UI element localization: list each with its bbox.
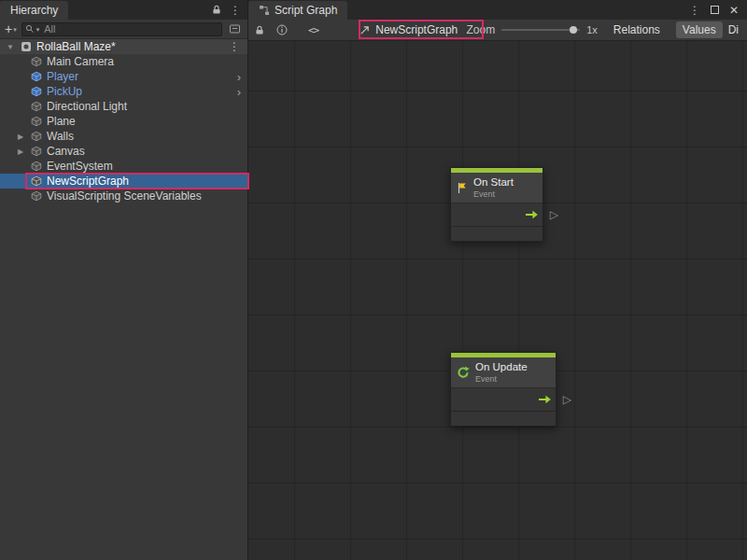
foldout-closed-icon[interactable]: ▶: [16, 133, 25, 141]
lock-icon[interactable]: [212, 5, 221, 15]
node-footer: [451, 227, 543, 241]
item-label: PickUp: [47, 85, 82, 98]
scene-name: RollaBall Maze*: [36, 40, 116, 53]
item-label: Player: [47, 70, 78, 83]
info-icon[interactable]: [276, 24, 288, 35]
hierarchy-tree: ▼ RollaBall Maze* ⋮ Main Camera Player ›: [0, 39, 247, 203]
prefab-icon: [31, 71, 42, 82]
graph-tabstrip: Script Graph ⋮ ✕: [248, 0, 747, 20]
graph-tab-icon: [259, 5, 270, 16]
zoom-label: Zoom: [467, 23, 496, 36]
graph-lock-icon[interactable]: [255, 25, 264, 35]
hierarchy-item-newscriptgraph[interactable]: NewScriptGraph: [0, 174, 247, 189]
hierarchy-search-input[interactable]: ▾ All: [21, 22, 222, 36]
node-port-row: ▷: [451, 203, 543, 227]
item-label: Main Camera: [47, 55, 114, 68]
trigger-output-port-icon[interactable]: [538, 395, 552, 404]
node-subtitle: Event: [475, 374, 528, 385]
node-header: On Update Event: [451, 357, 556, 388]
hierarchy-item-pickup[interactable]: PickUp ›: [0, 84, 247, 99]
node-title: On Start: [473, 176, 514, 189]
add-object-button[interactable]: + ▾: [5, 22, 17, 35]
hierarchy-item-directional-light[interactable]: Directional Light: [0, 99, 247, 114]
item-label: NewScriptGraph: [47, 175, 129, 188]
hierarchy-item-walls[interactable]: ▶ Walls: [0, 129, 247, 144]
plus-icon: +: [5, 22, 12, 35]
hierarchy-item-scenevariables[interactable]: VisualScripting SceneVariables: [0, 189, 247, 203]
graph-name: NewScriptGraph: [375, 23, 458, 36]
item-label: Directional Light: [47, 100, 127, 113]
scene-icon: [21, 41, 32, 52]
node-port-row: ▷: [451, 388, 556, 412]
zoom-slider-handle[interactable]: [570, 26, 577, 34]
node-on-start[interactable]: On Start Event ▷: [450, 167, 543, 242]
hierarchy-item-eventsystem[interactable]: EventSystem: [0, 159, 247, 174]
start-flag-icon: [457, 182, 468, 194]
dim-button[interactable]: Di: [726, 21, 740, 38]
node-footer: [451, 412, 556, 426]
scene-menu-icon[interactable]: ⋮: [229, 41, 240, 52]
node-on-update[interactable]: On Update Event ▷: [450, 352, 557, 427]
item-label: EventSystem: [47, 160, 113, 173]
item-label: Walls: [47, 130, 74, 143]
item-label: Canvas: [47, 145, 85, 158]
graph-canvas[interactable]: On Start Event ▷ On Update E: [248, 41, 747, 560]
graph-breadcrumb[interactable]: NewScriptGraph: [359, 23, 458, 36]
hierarchy-menu-icon[interactable]: ⋮: [230, 5, 241, 16]
close-icon[interactable]: ✕: [729, 5, 739, 16]
trigger-output-port-icon[interactable]: [525, 210, 539, 219]
gameobject-icon: [31, 56, 42, 67]
graph-pointer-icon: [359, 25, 370, 35]
hierarchy-item-main-camera[interactable]: Main Camera: [0, 54, 247, 69]
prefab-open-arrow-icon[interactable]: ›: [237, 86, 241, 98]
foldout-closed-icon[interactable]: ▶: [16, 147, 25, 156]
scene-row[interactable]: ▼ RollaBall Maze* ⋮: [0, 39, 247, 54]
relations-button[interactable]: Relations: [607, 21, 667, 38]
gameobject-icon: [31, 131, 42, 142]
search-filter-caret-icon: ▾: [36, 26, 40, 33]
chevron-down-icon: ▾: [13, 26, 17, 33]
values-button[interactable]: Values: [676, 21, 723, 38]
window-controls: ⋮ ✕: [689, 0, 747, 20]
item-label: Plane: [47, 115, 76, 128]
hierarchy-toolbar: + ▾ ▾ All: [0, 20, 247, 39]
gameobject-icon: [31, 116, 42, 127]
tab-script-graph-label: Script Graph: [275, 4, 337, 17]
scene-picker-icon[interactable]: [227, 23, 243, 35]
gameobject-icon: [31, 175, 42, 187]
hierarchy-item-player[interactable]: Player ›: [0, 69, 247, 84]
foldout-open-icon[interactable]: ▼: [5, 43, 16, 51]
gameobject-icon: [31, 190, 42, 202]
script-graph-panel: Script Graph ⋮ ✕ <> NewScriptGraph Zoom: [248, 0, 747, 560]
hierarchy-panel: Hierarchy ⋮ + ▾ ▾ All ▼: [0, 0, 248, 560]
graph-toolbar: <> NewScriptGraph Zoom 1x Relations Valu…: [248, 20, 747, 41]
gameobject-icon: [31, 161, 42, 172]
tab-hierarchy[interactable]: Hierarchy: [0, 1, 68, 20]
external-port-icon[interactable]: ▷: [550, 209, 558, 220]
tab-script-graph[interactable]: Script Graph: [248, 1, 347, 20]
hierarchy-tab-icons: ⋮: [212, 0, 247, 20]
prefab-icon: [31, 86, 42, 97]
window-menu-icon[interactable]: ⋮: [689, 5, 700, 16]
zoom-slider[interactable]: [501, 29, 580, 31]
node-title: On Update: [475, 361, 528, 374]
maximize-icon[interactable]: [711, 6, 719, 14]
update-loop-icon: [457, 366, 470, 379]
gameobject-icon: [31, 101, 42, 112]
hierarchy-item-canvas[interactable]: ▶ Canvas: [0, 144, 247, 159]
node-subtitle: Event: [473, 189, 514, 200]
item-label: VisualScripting SceneVariables: [47, 189, 202, 203]
code-icon[interactable]: <>: [308, 24, 318, 36]
node-header: On Start Event: [451, 173, 543, 203]
zoom-value: 1x: [586, 24, 598, 35]
search-icon: [25, 24, 35, 34]
hierarchy-tabstrip: Hierarchy ⋮: [0, 0, 247, 20]
zoom-control: Zoom 1x: [467, 23, 598, 36]
tab-hierarchy-label: Hierarchy: [10, 4, 58, 17]
external-port-icon[interactable]: ▷: [563, 394, 571, 405]
prefab-open-arrow-icon[interactable]: ›: [237, 71, 241, 83]
search-text: All: [44, 23, 55, 35]
hierarchy-item-plane[interactable]: Plane: [0, 114, 247, 129]
gameobject-icon: [31, 146, 42, 157]
